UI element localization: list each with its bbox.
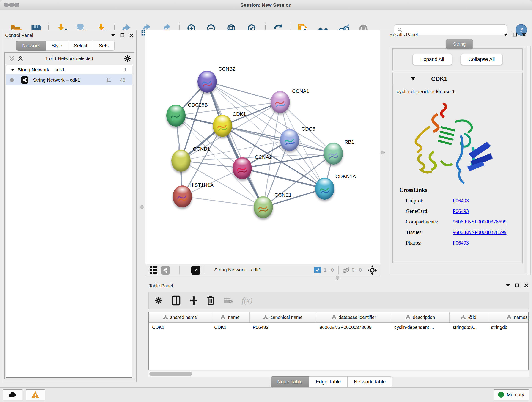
show-columns-icon[interactable] — [172, 295, 181, 306]
float-panel-icon[interactable] — [111, 34, 115, 37]
crosslink-link[interactable]: P06493 — [453, 198, 469, 204]
crosslink-link[interactable]: 9606.ENSP00000378699 — [453, 230, 507, 235]
network-node-CCNB2[interactable] — [197, 70, 217, 93]
network-node-HIST1H1A[interactable] — [173, 185, 192, 207]
network-node-CDKN1A[interactable] — [315, 178, 334, 200]
close-panel-icon[interactable] — [524, 283, 528, 287]
float-panel-icon[interactable] — [504, 33, 508, 36]
tab-node-table[interactable]: Node Table — [271, 376, 309, 387]
node-structure-thumbnail — [215, 120, 229, 134]
close-panel-icon[interactable] — [129, 33, 133, 37]
crosslink-row: Pharos:P06493 — [399, 238, 518, 248]
table-cell[interactable]: CDK1 — [149, 323, 211, 333]
tab-style[interactable]: Style — [46, 41, 68, 51]
network-node-CDC6[interactable] — [280, 129, 299, 151]
tab-select[interactable]: Select — [68, 41, 93, 51]
network-row-selected[interactable]: String Network – cdk1 11 48 — [6, 75, 132, 85]
left-splitter-handle[interactable] — [140, 205, 144, 209]
network-options-gear-icon[interactable] — [124, 55, 131, 62]
selected-checkbox-icon[interactable] — [314, 267, 321, 274]
tab-network[interactable]: Network — [16, 41, 46, 51]
node-structure-thumbnail — [169, 110, 183, 124]
crosslink-row: Tissues:9606.ENSP00000378699 — [399, 227, 518, 238]
network-overview-icon[interactable] — [161, 266, 170, 274]
entry-expander-icon[interactable] — [411, 77, 415, 80]
crosslink-row: Uniprot:P06493 — [399, 196, 518, 206]
network-node-CDK1[interactable] — [213, 115, 232, 137]
table-cell[interactable]: CDK1 — [211, 323, 249, 333]
float-panel-icon[interactable] — [506, 284, 510, 287]
cloud-status-button[interactable] — [3, 389, 22, 400]
table-cell[interactable]: stringdb:9... — [450, 323, 488, 333]
crosslink-label: Pharos: — [406, 240, 453, 246]
grid-view-icon[interactable] — [150, 266, 158, 275]
network-view-toolbar: String Network – cdk1 1 - 0 0 - 0 — [145, 264, 380, 276]
selected-count: 1 - 0 — [324, 267, 334, 273]
control-panel-tabs: Network Style Select Sets — [16, 41, 114, 51]
network-node-CCNA1[interactable] — [271, 91, 290, 113]
results-scrollbar[interactable] — [526, 46, 531, 275]
crosslink-link[interactable]: 9606.ENSP00000378699 — [453, 219, 507, 225]
crosslink-label: Compartments: — [406, 219, 453, 225]
tab-string[interactable]: String — [446, 39, 473, 49]
right-splitter-handle[interactable] — [381, 151, 385, 154]
network-collection-row[interactable]: String Network – cdk1 1 — [6, 65, 132, 75]
network-node-CCNE1[interactable] — [254, 196, 273, 218]
column-header--id[interactable]: @id — [450, 312, 488, 322]
tab-sets[interactable]: Sets — [93, 41, 114, 51]
column-header-namespace[interactable]: namespace — [488, 312, 529, 322]
collection-label: String Network – cdk1 — [18, 67, 65, 72]
network-edge-count: 48 — [120, 77, 125, 83]
scrollbar-thumb[interactable] — [149, 371, 192, 376]
collapse-all-button[interactable]: Collapse All — [461, 54, 503, 65]
crosslinks-section: CrossLinks Uniprot:P06493GeneCard:P06493… — [399, 187, 518, 248]
column-header-description[interactable]: description — [391, 312, 450, 322]
node-label-CCNA2: CCNA2 — [255, 154, 272, 160]
hidden-items-icon[interactable] — [342, 267, 350, 275]
table-cell[interactable]: P06493 — [249, 323, 317, 333]
function-builder-icon-disabled: f(x) — [242, 296, 253, 305]
maximize-panel-icon[interactable] — [515, 283, 519, 287]
table-horizontal-scrollbar[interactable] — [148, 370, 529, 376]
collection-expander-icon[interactable] — [11, 69, 14, 71]
gene-entry-header[interactable]: CDK1 — [393, 73, 522, 85]
node-structure-thumbnail — [283, 134, 297, 148]
birdseye-view-icon[interactable] — [191, 266, 201, 275]
network-node-CCNB1[interactable] — [171, 150, 191, 172]
pan-crosshair-icon[interactable] — [367, 265, 377, 276]
network-view-canvas[interactable]: CCNB2CCNA1CDC25BCDK1CDC6RB1CCNB1CCNA2CDK… — [145, 30, 380, 264]
node-structure-thumbnail — [273, 96, 287, 110]
column-header-name[interactable]: name — [211, 312, 249, 322]
network-status-dot — [10, 78, 14, 82]
tab-edge-table[interactable]: Edge Table — [309, 376, 348, 387]
memory-button[interactable]: Memory — [494, 389, 529, 400]
network-node-RB1[interactable] — [324, 143, 343, 165]
window-title: Session: New Session — [0, 0, 532, 10]
table-cell[interactable]: 9606.ENSP00000378699 — [317, 323, 391, 333]
tab-network-table[interactable]: Network Table — [348, 376, 393, 387]
table-options-gear-icon[interactable] — [154, 296, 163, 305]
gene-description: cyclin-dependent kinase 1 — [393, 86, 522, 97]
horizontal-splitter-handle[interactable] — [336, 276, 339, 280]
expand-all-button[interactable]: Expand All — [412, 54, 452, 65]
maximize-panel-icon[interactable] — [120, 33, 124, 37]
crosslink-link[interactable]: P06493 — [453, 240, 469, 246]
node-structure-thumbnail — [200, 76, 214, 90]
column-header-canonical-name[interactable]: canonical name — [249, 312, 317, 322]
add-column-icon[interactable] — [190, 295, 198, 306]
delete-column-icon[interactable] — [206, 295, 215, 306]
maximize-panel-icon[interactable] — [513, 32, 517, 37]
warnings-button[interactable] — [26, 389, 45, 400]
network-node-CCNA2[interactable] — [233, 157, 252, 179]
protein-structure-image — [407, 100, 499, 187]
table-row[interactable]: CDK1CDK1P064939606.ENSP00000378699cyclin… — [149, 323, 528, 333]
application-window: Session: New Session — [0, 0, 532, 402]
crosslink-link[interactable]: P06493 — [453, 208, 469, 214]
network-node-count: 11 — [106, 77, 111, 83]
table-cell[interactable]: stringdb — [488, 323, 529, 333]
column-header-database-identifier[interactable]: database identifier — [317, 312, 391, 322]
close-panel-icon[interactable] — [522, 32, 526, 37]
network-node-CDC25B[interactable] — [166, 104, 186, 127]
column-header-shared-name[interactable]: shared name — [149, 312, 211, 322]
table-cell[interactable]: cyclin-dependent ... — [391, 323, 450, 333]
